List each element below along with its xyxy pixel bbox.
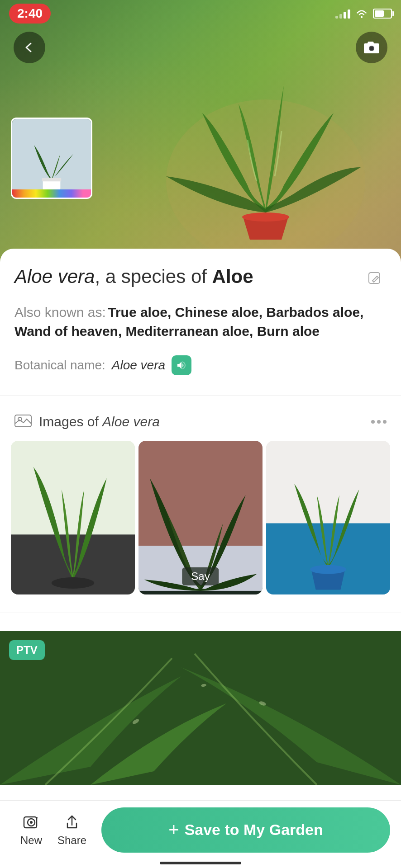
save-plus-icon: + bbox=[168, 820, 179, 840]
svg-rect-17 bbox=[138, 591, 263, 594]
video-thumbnail: PTV bbox=[0, 631, 401, 785]
images-icon bbox=[14, 414, 32, 430]
edit-button[interactable] bbox=[363, 267, 387, 290]
scientific-name: Aloe vera bbox=[14, 266, 95, 287]
share-button[interactable]: Share bbox=[52, 813, 92, 847]
more-options-button[interactable] bbox=[371, 420, 387, 424]
status-bar: 2:40 bbox=[0, 0, 401, 27]
also-known-section: Also known as: True aloe, Chinese aloe, … bbox=[14, 303, 387, 341]
aloe-plant-hero bbox=[157, 23, 374, 249]
plant-title-row: Aloe vera, a species of Aloe bbox=[14, 265, 387, 290]
divider-1 bbox=[0, 395, 401, 396]
svg-rect-7 bbox=[43, 180, 61, 189]
camera-button[interactable] bbox=[356, 32, 387, 63]
wifi-icon bbox=[355, 9, 368, 19]
content-card: Aloe vera, a species of Aloe Also known … bbox=[0, 249, 401, 868]
save-garden-button[interactable]: + Save to My Garden bbox=[101, 807, 390, 853]
battery-icon bbox=[373, 9, 392, 19]
plant-image-2[interactable]: Say bbox=[138, 441, 263, 594]
new-label: New bbox=[20, 834, 42, 847]
home-indicator bbox=[160, 862, 241, 864]
new-button[interactable]: New bbox=[11, 813, 52, 847]
botanical-row: Botanical name: Aloe vera bbox=[14, 355, 387, 375]
svg-point-3 bbox=[242, 212, 289, 222]
share-label: Share bbox=[57, 834, 86, 847]
status-icons bbox=[335, 9, 392, 19]
also-known-label: Also known as: bbox=[14, 305, 106, 320]
images-title: Images of Aloe vera bbox=[39, 414, 160, 429]
svg-point-14 bbox=[52, 577, 95, 589]
plant-image-3[interactable] bbox=[266, 441, 390, 594]
species-of-text: , a species of bbox=[95, 266, 212, 287]
botanical-label: Botanical name: bbox=[14, 358, 105, 373]
images-grid: Say bbox=[11, 441, 390, 594]
say-label: Say bbox=[182, 567, 219, 585]
bottom-nav: New Share + Save to My Garden bbox=[0, 800, 401, 868]
back-button[interactable] bbox=[14, 32, 45, 63]
svg-point-29 bbox=[36, 817, 38, 819]
ptv-badge: PTV bbox=[9, 640, 45, 660]
save-garden-label: Save to My Garden bbox=[185, 821, 323, 839]
video-section[interactable]: PTV bbox=[0, 631, 401, 785]
plant-title: Aloe vera, a species of Aloe bbox=[14, 265, 363, 289]
divider-2 bbox=[0, 613, 401, 613]
signal-icon bbox=[335, 9, 350, 19]
svg-point-28 bbox=[30, 821, 33, 824]
botanical-name: Aloe vera bbox=[112, 358, 165, 373]
svg-point-0 bbox=[361, 16, 363, 18]
sound-button[interactable] bbox=[172, 355, 191, 375]
images-header: Images of Aloe vera bbox=[14, 414, 387, 430]
status-time: 2:40 bbox=[9, 4, 51, 24]
genus-name: Aloe bbox=[212, 266, 253, 287]
thumbnail-preview[interactable] bbox=[11, 118, 92, 199]
svg-rect-8 bbox=[42, 178, 62, 182]
svg-point-21 bbox=[310, 565, 346, 574]
images-section: Images of Aloe vera bbox=[14, 414, 387, 594]
images-title-row: Images of Aloe vera bbox=[14, 414, 160, 430]
hero-image bbox=[0, 0, 401, 262]
svg-point-5 bbox=[370, 47, 373, 50]
plant-image-1[interactable] bbox=[11, 441, 135, 594]
